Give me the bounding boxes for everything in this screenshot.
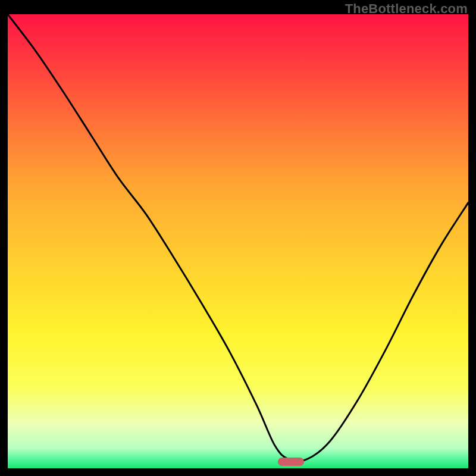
optimal-marker xyxy=(278,458,304,466)
bottleneck-curve xyxy=(8,14,468,468)
watermark-text: TheBottleneck.com xyxy=(345,1,468,17)
plot-frame xyxy=(8,14,468,468)
